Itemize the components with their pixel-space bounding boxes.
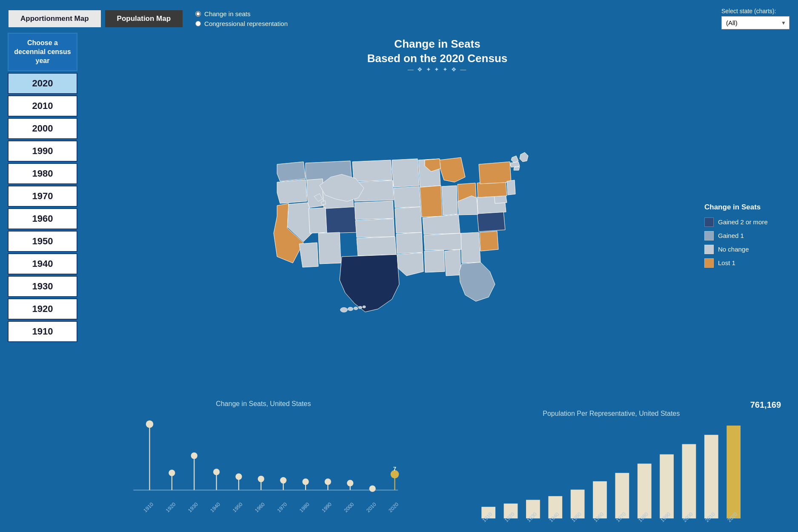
svg-marker-24 (394, 186, 420, 208)
map-and-legend: Change in Seats Gained 2 or more Gained … (81, 75, 794, 400)
pop-value: 761,169 (750, 400, 781, 410)
svg-marker-6 (277, 180, 307, 203)
main-container: Apportionment Map Population Map Change … (0, 0, 798, 532)
svg-text:7: 7 (393, 466, 396, 472)
svg-rect-100 (637, 463, 651, 518)
state-select-group: Select state (charts): (All) (721, 8, 789, 29)
year-button-1960[interactable]: 1960 (8, 208, 77, 229)
svg-marker-5 (277, 162, 306, 181)
radio-change-seats[interactable]: Change in seats (195, 10, 288, 17)
svg-point-54 (363, 306, 366, 308)
svg-marker-39 (480, 231, 498, 251)
legend-item-nochange: No change (704, 245, 785, 254)
svg-text:1990: 1990 (320, 501, 333, 513)
legend-panel: Change in Seats Gained 2 or more Gained … (696, 75, 794, 400)
svg-text:2010: 2010 (365, 501, 378, 513)
year-button-1980[interactable]: 1980 (8, 163, 77, 184)
year-button-1910[interactable]: 1910 (8, 321, 77, 342)
map-decoration: — ❖ ✦ ✦ ✦ ❖ — (81, 66, 794, 73)
svg-text:1930: 1930 (187, 501, 199, 513)
svg-marker-36 (445, 249, 461, 276)
sidebar-title: Choose a decennial census year (8, 33, 77, 71)
svg-text:1980: 1980 (298, 501, 311, 513)
map-title: Change in Seats Based on the 2020 Census (81, 37, 794, 66)
svg-text:2020: 2020 (387, 501, 400, 513)
legend-label-gained1: Gained 1 (718, 232, 744, 239)
svg-rect-101 (660, 455, 674, 519)
svg-point-87 (347, 480, 353, 486)
year-button-1970[interactable]: 1970 (8, 186, 77, 207)
svg-marker-19 (355, 219, 395, 237)
svg-point-77 (235, 473, 242, 480)
svg-point-51 (348, 307, 353, 310)
svg-point-89 (369, 486, 375, 492)
svg-marker-12 (309, 208, 327, 233)
svg-rect-103 (704, 435, 718, 518)
chart-right: 761,169 Population Per Representative, U… (438, 400, 786, 523)
svg-marker-16 (352, 160, 392, 181)
svg-point-73 (191, 452, 197, 459)
year-button-2020[interactable]: 2020 (8, 73, 77, 94)
svg-point-50 (340, 307, 347, 312)
year-button-2010[interactable]: 2010 (8, 95, 77, 117)
left-sidebar: Choose a decennial census year 2020 2010… (4, 33, 81, 528)
svg-text:1970: 1970 (276, 501, 288, 513)
tab-apportionment[interactable]: Apportionment Map (9, 10, 101, 27)
svg-marker-33 (423, 215, 460, 235)
chart-left-title: Change in Seats, United States (216, 400, 311, 408)
bar-chart: 1910 1920 1930 1940 1950 1960 1970 1980 … (438, 421, 786, 523)
chart-right-title: Population Per Representative, United St… (543, 410, 680, 418)
us-map[interactable] (214, 131, 563, 344)
legend-item-gained1: Gained 1 (704, 231, 785, 240)
svg-rect-104 (726, 426, 741, 518)
legend-label-nochange: No change (718, 246, 749, 253)
legend-swatch-gained1 (704, 231, 714, 240)
legend-swatch-gained2 (704, 217, 714, 227)
svg-marker-25 (395, 207, 422, 233)
year-button-2000[interactable]: 2000 (8, 118, 77, 139)
svg-text:2000: 2000 (343, 501, 355, 513)
legend-title: Change in Seats (704, 203, 785, 212)
year-button-1920[interactable]: 1920 (8, 298, 77, 320)
svg-text:1910: 1910 (142, 501, 154, 513)
radio-congressional[interactable]: Congressional representation (195, 20, 288, 27)
lollipop-svg: 1910 1920 1930 1940 1950 1960 1970 1980 … (89, 411, 438, 513)
chart-left: Change in Seats, United States 1910 1920… (89, 400, 438, 523)
map-title-area: Change in Seats Based on the 2020 Census… (81, 33, 794, 75)
legend-swatch-lost1 (704, 258, 714, 268)
svg-rect-102 (682, 444, 696, 519)
svg-marker-35 (424, 250, 445, 272)
bar-svg: 1910 1920 1930 1940 1950 1960 1970 1980 … (438, 421, 786, 523)
svg-marker-15 (318, 232, 341, 264)
lollipop-chart: 1910 1920 1930 1940 1950 1960 1970 1980 … (89, 411, 438, 513)
svg-point-83 (302, 478, 309, 485)
svg-point-85 (325, 478, 331, 485)
state-select[interactable]: (All) (721, 16, 789, 29)
legend-item-lost1: Lost 1 (704, 258, 785, 268)
svg-point-81 (280, 477, 286, 483)
radio-group: Change in seats Congressional representa… (195, 10, 288, 27)
svg-point-71 (169, 469, 175, 476)
legend-item-gained2: Gained 2 or more (704, 217, 785, 227)
svg-marker-28 (440, 157, 465, 182)
svg-marker-26 (396, 232, 423, 254)
charts-area: Change in Seats, United States 1910 1920… (81, 400, 794, 528)
year-button-1940[interactable]: 1940 (8, 253, 77, 275)
year-button-1930[interactable]: 1930 (8, 276, 77, 297)
year-button-1990[interactable]: 1990 (8, 140, 77, 162)
svg-text:1950: 1950 (232, 501, 244, 513)
tab-population[interactable]: Population Map (105, 10, 183, 27)
map-legend-area: Change in Seats Based on the 2020 Census… (81, 33, 794, 528)
svg-marker-4 (514, 166, 520, 170)
svg-text:1960: 1960 (254, 501, 266, 513)
svg-marker-14 (299, 243, 318, 267)
svg-point-79 (258, 476, 264, 482)
svg-marker-22 (392, 159, 419, 187)
year-button-1950[interactable]: 1950 (8, 231, 77, 252)
svg-marker-31 (442, 186, 458, 215)
svg-marker-34 (424, 233, 462, 250)
svg-marker-20 (357, 237, 396, 256)
svg-text:1940: 1940 (209, 501, 221, 513)
top-bar: Apportionment Map Population Map Change … (4, 4, 794, 33)
legend-swatch-nochange (704, 245, 714, 254)
